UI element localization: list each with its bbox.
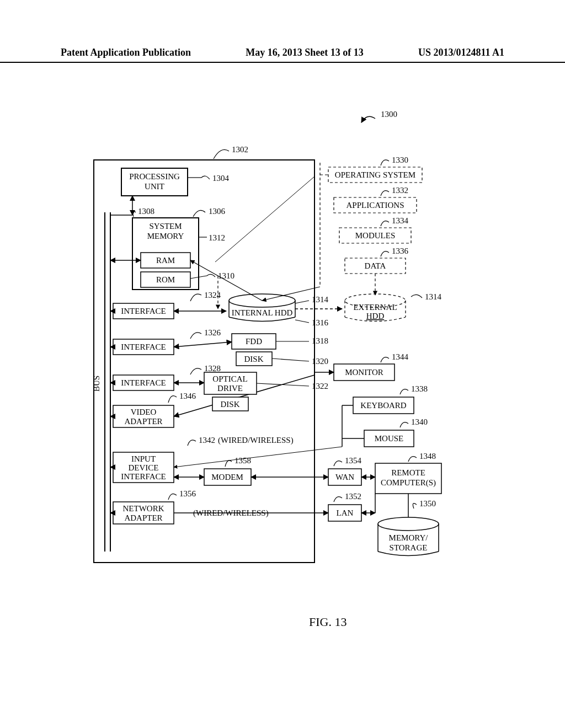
remote-1: REMOTE <box>391 468 425 477</box>
input-2: DEVICE <box>129 463 159 472</box>
system-memory-2: MEMORY <box>147 232 184 240</box>
ref-1338: 1338 <box>411 384 428 393</box>
ref-1332: 1332 <box>392 186 408 195</box>
ref-1348: 1348 <box>419 452 436 461</box>
ref-1310: 1310 <box>218 271 234 280</box>
interface-1326: INTERFACE <box>121 342 166 351</box>
disk-1: DISK <box>244 355 263 363</box>
ref-1304: 1304 <box>212 174 230 183</box>
interface-1324: INTERFACE <box>121 307 166 315</box>
header-left: Patent Application Publication <box>61 47 191 58</box>
lan-label: LAN <box>337 508 354 517</box>
svg-line-37 <box>295 320 309 323</box>
monitor-label: MONITOR <box>345 368 383 377</box>
wired-wireless-1: (WIRED/WIRELESS) <box>218 436 294 445</box>
ref-1344: 1344 <box>392 352 409 361</box>
svg-line-45 <box>257 383 309 386</box>
ref-1312: 1312 <box>209 233 225 242</box>
rom-label: ROM <box>156 275 175 284</box>
optical-1: OPTICAL <box>212 374 247 383</box>
ref-1308: 1308 <box>138 207 154 216</box>
ref-1320: 1320 <box>312 357 328 366</box>
ref-1342: 1342 <box>199 436 215 445</box>
interface-1328: INTERFACE <box>121 378 166 387</box>
ext-hdd-1: EXTERNAL <box>353 303 397 312</box>
modem-label: MODEM <box>211 473 243 481</box>
modules-label: MODULES <box>355 231 396 240</box>
video-1: VIDEO <box>131 408 157 416</box>
keyboard-label: KEYBOARD <box>360 401 407 410</box>
header-middle: May 16, 2013 Sheet 13 of 13 <box>246 47 363 58</box>
ref-1322: 1322 <box>312 382 328 390</box>
svg-line-36 <box>295 301 309 303</box>
input-1: INPUT <box>131 454 156 463</box>
svg-line-64 <box>174 447 342 467</box>
ref-1316: 1316 <box>312 318 329 327</box>
network-1: NETWORK <box>123 504 164 513</box>
ref-1358: 1358 <box>234 456 251 465</box>
ref-1346: 1346 <box>179 392 196 400</box>
ref-1328: 1328 <box>204 364 221 373</box>
internal-hdd: INTERNAL HDD <box>232 308 293 317</box>
memory-1: MEMORY/ <box>389 533 429 542</box>
ref-1318: 1318 <box>312 336 328 345</box>
processing-unit-1: PROCESSING <box>129 172 180 181</box>
ref-1314: 1314 <box>312 295 329 304</box>
ram-label: RAM <box>156 256 175 265</box>
wan-label: WAN <box>335 473 354 481</box>
figure-label: FIG. 13 <box>309 615 347 629</box>
system-memory-1: SYSTEM <box>149 222 182 231</box>
svg-line-18 <box>174 342 232 347</box>
processing-unit-2: UNIT <box>145 182 164 191</box>
header-right: US 2013/0124811 A1 <box>418 47 504 58</box>
ref-1354: 1354 <box>345 456 362 465</box>
ref-1300: 1300 <box>381 110 397 119</box>
ref-1330: 1330 <box>392 156 408 164</box>
optical-2: DRIVE <box>217 384 243 393</box>
ref-1334: 1334 <box>392 216 409 225</box>
svg-line-43 <box>272 358 309 361</box>
os-label: OPERATING SYSTEM <box>335 170 415 179</box>
ref-1356: 1356 <box>179 489 196 498</box>
ref-1324: 1324 <box>204 291 221 299</box>
ref-1302: 1302 <box>232 145 248 154</box>
video-2: ADAPTER <box>124 417 162 426</box>
ref-1306: 1306 <box>209 207 226 216</box>
mouse-label: MOUSE <box>375 434 404 443</box>
ref-1352: 1352 <box>345 492 361 501</box>
network-2: ADAPTER <box>124 513 162 522</box>
fdd-label: FDD <box>246 337 262 346</box>
data-label: DATA <box>365 261 386 270</box>
diagram: 1300 1302 BUS PROCESSING UNIT 1304 SYSTE… <box>83 105 502 603</box>
apps-label: APPLICATIONS <box>346 201 404 210</box>
ref-1350: 1350 <box>419 499 436 508</box>
svg-line-55 <box>215 176 315 262</box>
bus-label: BUS <box>92 376 101 392</box>
svg-point-74 <box>378 517 439 531</box>
ref-1336: 1336 <box>392 247 409 255</box>
input-3: INTERFACE <box>121 472 166 481</box>
ref-1314b: 1314 <box>425 292 442 301</box>
ref-1326: 1326 <box>204 328 221 337</box>
page-header: Patent Application Publication May 16, 2… <box>0 47 565 63</box>
ext-hdd-2: HDD <box>366 312 385 320</box>
memory-2: STORAGE <box>390 543 428 552</box>
ref-1340: 1340 <box>411 417 428 426</box>
remote-2: COMPUTER(S) <box>381 478 436 488</box>
disk-2: DISK <box>220 400 239 409</box>
